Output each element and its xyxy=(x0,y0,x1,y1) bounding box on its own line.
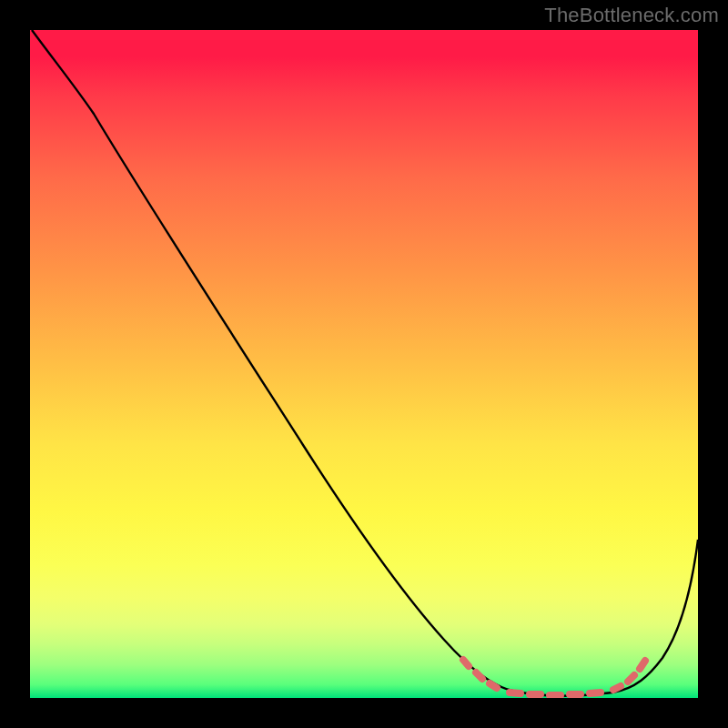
bottleneck-curve xyxy=(30,30,698,698)
chart-frame: TheBottleneck.com xyxy=(0,0,728,728)
curve-path xyxy=(32,30,698,696)
optimal-zone-markers xyxy=(463,660,645,695)
svg-line-2 xyxy=(490,683,497,688)
svg-line-8 xyxy=(613,686,621,690)
svg-line-9 xyxy=(628,675,634,682)
watermark-text: TheBottleneck.com xyxy=(544,4,719,27)
svg-line-0 xyxy=(463,660,469,666)
plot-area xyxy=(30,30,698,698)
svg-line-7 xyxy=(590,693,601,693)
svg-line-1 xyxy=(476,672,482,679)
svg-line-3 xyxy=(510,693,521,693)
svg-line-10 xyxy=(640,661,645,669)
